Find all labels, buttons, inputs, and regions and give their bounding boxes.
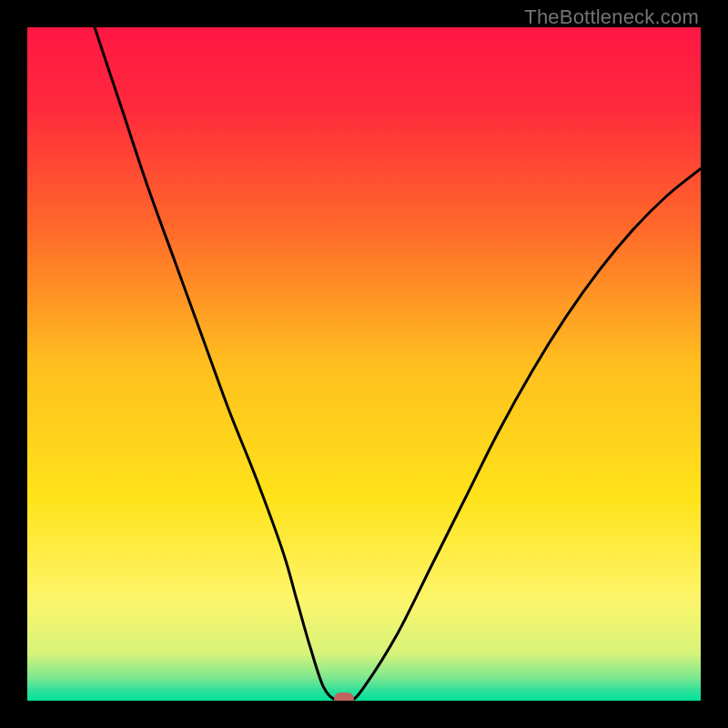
bottleneck-curve: [95, 27, 701, 701]
chart-frame: TheBottleneck.com: [0, 0, 728, 728]
watermark-text: TheBottleneck.com: [524, 5, 699, 29]
optimal-marker: [334, 693, 354, 701]
curve-layer: [27, 27, 701, 701]
plot-area: [27, 27, 701, 701]
